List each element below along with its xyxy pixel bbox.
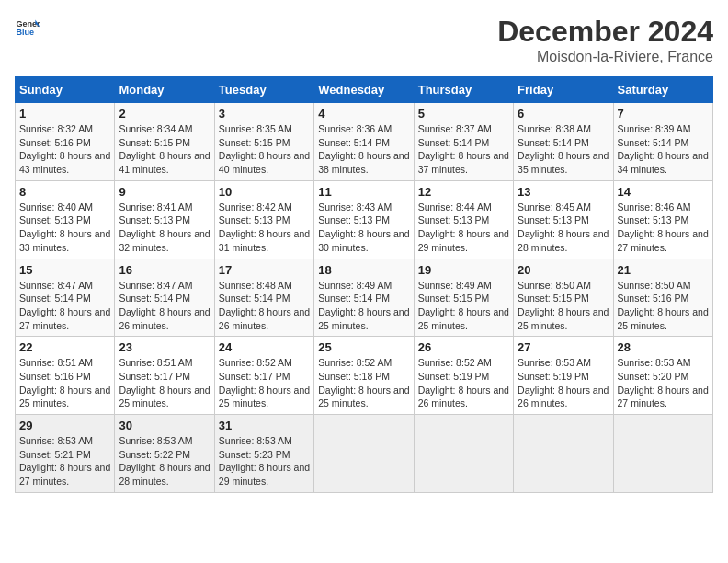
title-area: December 2024 Moisdon-la-Riviere, France — [497, 15, 713, 65]
day-detail: Sunrise: 8:45 AM Sunset: 5:13 PM Dayligh… — [518, 201, 609, 255]
day-detail: Sunrise: 8:53 AM Sunset: 5:22 PM Dayligh… — [119, 434, 210, 488]
calendar-cell: 19 Sunrise: 8:49 AM Sunset: 5:15 PM Dayl… — [414, 259, 513, 337]
day-detail: Sunrise: 8:50 AM Sunset: 5:15 PM Dayligh… — [518, 279, 609, 333]
day-number: 19 — [418, 263, 509, 277]
calendar-cell: 2 Sunrise: 8:34 AM Sunset: 5:15 PM Dayli… — [115, 103, 214, 181]
calendar-cell: 18 Sunrise: 8:49 AM Sunset: 5:14 PM Dayl… — [314, 259, 414, 337]
calendar-cell: 25 Sunrise: 8:52 AM Sunset: 5:18 PM Dayl… — [314, 337, 414, 415]
calendar-cell: 15 Sunrise: 8:47 AM Sunset: 5:14 PM Dayl… — [16, 259, 115, 337]
calendar-cell: 22 Sunrise: 8:51 AM Sunset: 5:16 PM Dayl… — [16, 337, 115, 415]
calendar-cell: 29 Sunrise: 8:53 AM Sunset: 5:21 PM Dayl… — [16, 415, 115, 493]
day-number: 16 — [119, 263, 210, 277]
calendar-cell: 4 Sunrise: 8:36 AM Sunset: 5:14 PM Dayli… — [314, 103, 414, 181]
calendar-cell: 23 Sunrise: 8:51 AM Sunset: 5:17 PM Dayl… — [115, 337, 214, 415]
calendar-week-1: 1 Sunrise: 8:32 AM Sunset: 5:16 PM Dayli… — [16, 103, 713, 181]
day-detail: Sunrise: 8:49 AM Sunset: 5:15 PM Dayligh… — [418, 279, 509, 333]
day-number: 4 — [318, 107, 409, 121]
day-number: 28 — [618, 340, 709, 354]
weekday-header-sunday: Sunday — [16, 77, 115, 103]
day-detail: Sunrise: 8:39 AM Sunset: 5:14 PM Dayligh… — [618, 122, 709, 177]
day-detail: Sunrise: 8:41 AM Sunset: 5:13 PM Dayligh… — [119, 201, 210, 255]
day-detail: Sunrise: 8:52 AM Sunset: 5:17 PM Dayligh… — [219, 356, 310, 410]
day-detail: Sunrise: 8:47 AM Sunset: 5:14 PM Dayligh… — [19, 279, 110, 333]
calendar-cell: 26 Sunrise: 8:52 AM Sunset: 5:19 PM Dayl… — [414, 337, 513, 415]
calendar-cell: 27 Sunrise: 8:53 AM Sunset: 5:19 PM Dayl… — [514, 337, 613, 415]
day-detail: Sunrise: 8:51 AM Sunset: 5:16 PM Dayligh… — [19, 356, 110, 410]
calendar-week-3: 15 Sunrise: 8:47 AM Sunset: 5:14 PM Dayl… — [16, 259, 713, 337]
calendar-cell: 17 Sunrise: 8:48 AM Sunset: 5:14 PM Dayl… — [214, 259, 313, 337]
calendar-cell: 5 Sunrise: 8:37 AM Sunset: 5:14 PM Dayli… — [414, 103, 513, 181]
day-number: 26 — [418, 340, 509, 354]
day-detail: Sunrise: 8:47 AM Sunset: 5:14 PM Dayligh… — [119, 279, 210, 333]
day-number: 7 — [618, 107, 709, 121]
day-detail: Sunrise: 8:36 AM Sunset: 5:14 PM Dayligh… — [318, 122, 409, 177]
calendar-cell: 20 Sunrise: 8:50 AM Sunset: 5:15 PM Dayl… — [514, 259, 613, 337]
day-number: 10 — [219, 185, 310, 199]
calendar-cell: 3 Sunrise: 8:35 AM Sunset: 5:15 PM Dayli… — [214, 103, 313, 181]
day-detail: Sunrise: 8:50 AM Sunset: 5:16 PM Dayligh… — [618, 279, 709, 333]
day-detail: Sunrise: 8:53 AM Sunset: 5:20 PM Dayligh… — [618, 356, 709, 410]
day-number: 6 — [518, 107, 609, 121]
day-detail: Sunrise: 8:52 AM Sunset: 5:19 PM Dayligh… — [418, 356, 509, 410]
day-number: 12 — [418, 185, 509, 199]
day-detail: Sunrise: 8:38 AM Sunset: 5:14 PM Dayligh… — [518, 122, 609, 177]
calendar-cell: 31 Sunrise: 8:53 AM Sunset: 5:23 PM Dayl… — [214, 415, 313, 493]
calendar-body: 1 Sunrise: 8:32 AM Sunset: 5:16 PM Dayli… — [16, 103, 713, 493]
calendar-cell: 24 Sunrise: 8:52 AM Sunset: 5:17 PM Dayl… — [214, 337, 313, 415]
day-number: 17 — [219, 263, 310, 277]
calendar-cell: 12 Sunrise: 8:44 AM Sunset: 5:13 PM Dayl… — [414, 180, 513, 259]
day-number: 13 — [518, 185, 609, 199]
day-number: 11 — [318, 185, 409, 199]
day-number: 25 — [318, 340, 409, 354]
calendar-week-2: 8 Sunrise: 8:40 AM Sunset: 5:13 PM Dayli… — [16, 180, 713, 259]
calendar-cell — [613, 415, 712, 493]
calendar-cell: 16 Sunrise: 8:47 AM Sunset: 5:14 PM Dayl… — [115, 259, 214, 337]
calendar-cell: 7 Sunrise: 8:39 AM Sunset: 5:14 PM Dayli… — [613, 103, 712, 181]
calendar-cell: 28 Sunrise: 8:53 AM Sunset: 5:20 PM Dayl… — [613, 337, 712, 415]
calendar-week-5: 29 Sunrise: 8:53 AM Sunset: 5:21 PM Dayl… — [16, 415, 713, 493]
day-number: 3 — [219, 107, 310, 121]
day-number: 21 — [618, 263, 709, 277]
weekday-header-friday: Friday — [514, 77, 613, 103]
day-detail: Sunrise: 8:46 AM Sunset: 5:13 PM Dayligh… — [618, 201, 709, 255]
calendar-cell — [414, 415, 513, 493]
day-detail: Sunrise: 8:34 AM Sunset: 5:15 PM Dayligh… — [119, 122, 210, 177]
header: General Blue December 2024 Moisdon-la-Ri… — [15, 15, 713, 65]
day-number: 20 — [518, 263, 609, 277]
calendar-cell: 10 Sunrise: 8:42 AM Sunset: 5:13 PM Dayl… — [214, 180, 313, 259]
day-number: 1 — [19, 107, 110, 121]
weekday-header-thursday: Thursday — [414, 77, 513, 103]
weekday-header-tuesday: Tuesday — [214, 77, 313, 103]
day-number: 15 — [19, 263, 110, 277]
day-number: 27 — [518, 340, 609, 354]
day-detail: Sunrise: 8:44 AM Sunset: 5:13 PM Dayligh… — [418, 201, 509, 255]
day-number: 22 — [19, 340, 110, 354]
calendar-cell: 6 Sunrise: 8:38 AM Sunset: 5:14 PM Dayli… — [514, 103, 613, 181]
calendar-cell — [514, 415, 613, 493]
day-number: 18 — [318, 263, 409, 277]
weekday-header-monday: Monday — [115, 77, 214, 103]
weekday-header-saturday: Saturday — [613, 77, 712, 103]
day-detail: Sunrise: 8:49 AM Sunset: 5:14 PM Dayligh… — [318, 279, 409, 333]
day-detail: Sunrise: 8:53 AM Sunset: 5:21 PM Dayligh… — [19, 434, 110, 488]
day-number: 9 — [119, 185, 210, 199]
day-number: 8 — [19, 185, 110, 199]
day-detail: Sunrise: 8:53 AM Sunset: 5:23 PM Dayligh… — [219, 434, 310, 488]
day-number: 2 — [119, 107, 210, 121]
calendar-cell: 30 Sunrise: 8:53 AM Sunset: 5:22 PM Dayl… — [115, 415, 214, 493]
day-number: 5 — [418, 107, 509, 121]
day-number: 30 — [119, 419, 210, 432]
calendar-cell: 9 Sunrise: 8:41 AM Sunset: 5:13 PM Dayli… — [115, 180, 214, 259]
calendar-week-4: 22 Sunrise: 8:51 AM Sunset: 5:16 PM Dayl… — [16, 337, 713, 415]
day-detail: Sunrise: 8:42 AM Sunset: 5:13 PM Dayligh… — [219, 201, 310, 255]
main-title: December 2024 — [497, 15, 713, 49]
calendar-table: SundayMondayTuesdayWednesdayThursdayFrid… — [15, 76, 713, 493]
calendar-cell — [314, 415, 414, 493]
calendar-cell: 11 Sunrise: 8:43 AM Sunset: 5:13 PM Dayl… — [314, 180, 414, 259]
calendar-cell: 13 Sunrise: 8:45 AM Sunset: 5:13 PM Dayl… — [514, 180, 613, 259]
day-detail: Sunrise: 8:43 AM Sunset: 5:13 PM Dayligh… — [318, 201, 409, 255]
day-detail: Sunrise: 8:53 AM Sunset: 5:19 PM Dayligh… — [518, 356, 609, 410]
day-number: 31 — [219, 419, 310, 432]
logo-icon: General Blue — [15, 15, 40, 40]
calendar-cell: 8 Sunrise: 8:40 AM Sunset: 5:13 PM Dayli… — [16, 180, 115, 259]
